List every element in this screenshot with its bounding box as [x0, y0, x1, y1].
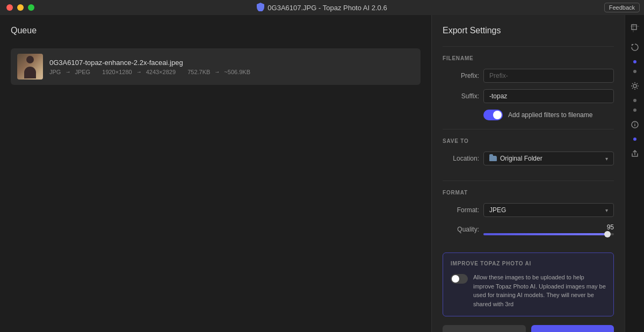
format-dropdown-inner: JPEG — [489, 206, 506, 214]
filters-toggle-row: Add applied filters to filename — [483, 110, 614, 120]
size-arrow: → — [214, 69, 220, 75]
format-to: JPEG — [75, 69, 90, 75]
quality-slider[interactable] — [483, 233, 614, 235]
svg-marker-3 — [632, 44, 634, 46]
queue-meta: JPG → JPEG 1920×1280 → 4243×2829 752.7KB… — [49, 69, 250, 75]
location-row: Location: Original Folder ▾ — [443, 151, 614, 165]
minimize-button[interactable] — [17, 4, 24, 11]
export-title: Export Settings — [443, 26, 614, 35]
queue-filename: 0G3A6107-topaz-enhance-2.2x-faceai.jpeg — [49, 59, 250, 67]
queue-item[interactable]: 0G3A6107-topaz-enhance-2.2x-faceai.jpeg … — [11, 48, 421, 85]
improve-toggle[interactable] — [451, 274, 468, 284]
left-panel: Queue 0G3A6107-topaz-enhance-2.2x-faceai… — [0, 15, 431, 332]
topaz-shield-icon — [257, 3, 264, 13]
format-dropdown[interactable]: JPEG ▾ — [483, 203, 614, 217]
window-title: 0G3A6107.JPG - Topaz Photo AI 2.0.6 — [257, 3, 387, 13]
prefix-input[interactable] — [483, 69, 614, 83]
titlebar: 0G3A6107.JPG - Topaz Photo AI 2.0.6 Feed… — [0, 0, 644, 15]
format-section-title: FORMAT — [443, 190, 614, 196]
feedback-button[interactable]: Feedback — [604, 3, 640, 12]
save-button[interactable]: Save — [531, 325, 614, 332]
improve-section: IMPROVE TOPAZ PHOTO AI Allow these image… — [443, 252, 614, 316]
queue-info: 0G3A6107-topaz-enhance-2.2x-faceai.jpeg … — [49, 59, 250, 75]
save-to-section: SAVE TO Location: Original Folder ▾ — [443, 129, 614, 181]
resolution-to: 4243×2829 — [146, 69, 176, 75]
filename-section-title: FILENAME — [443, 55, 614, 61]
format-from: JPG — [49, 69, 61, 75]
dropdown-inner: Original Folder — [489, 155, 542, 162]
format-section: FORMAT Format: JPEG ▾ Quality: 95 — [443, 181, 614, 250]
filters-toggle[interactable] — [483, 110, 503, 120]
location-value: Original Folder — [500, 155, 542, 162]
quality-value: 95 — [483, 223, 614, 231]
location-dropdown[interactable]: Original Folder ▾ — [483, 151, 614, 165]
sidebar-dot-3 — [633, 109, 636, 112]
cancel-button[interactable]: Cancel — [443, 325, 526, 332]
quality-row: Quality: 95 — [443, 223, 614, 235]
sidebar-dot-2 — [633, 99, 636, 102]
sidebar-dot-active-2 — [633, 138, 636, 141]
prefix-row: Prefix: — [443, 69, 614, 83]
action-buttons: Cancel Save — [443, 325, 614, 332]
sidebar-dot-1 — [633, 70, 636, 73]
svg-point-7 — [634, 122, 635, 124]
improve-content: Allow these images to be uploaded to hel… — [451, 273, 606, 308]
size-to: ~506.9KB — [224, 69, 250, 75]
prefix-label: Prefix: — [443, 72, 479, 80]
suffix-row: Suffix: — [443, 89, 614, 103]
export-settings-panel: Export Settings FILENAME Prefix: Suffix:… — [431, 15, 625, 332]
info-icon-button[interactable] — [627, 117, 642, 132]
icon-sidebar — [625, 15, 644, 332]
rotate-icon-button[interactable] — [627, 40, 642, 55]
crop-icon-button[interactable] — [627, 20, 642, 35]
share-icon-button[interactable] — [627, 146, 642, 161]
maximize-button[interactable] — [28, 4, 34, 11]
location-label: Location: — [443, 155, 479, 162]
close-button[interactable] — [6, 4, 13, 11]
settings-icon-button[interactable] — [627, 78, 642, 93]
sidebar-dot-active — [633, 60, 636, 63]
resolution-arrow: → — [136, 69, 142, 75]
resolution-from: 1920×1280 — [102, 69, 132, 75]
queue-title: Queue — [11, 26, 421, 35]
format-chevron-icon: ▾ — [605, 207, 608, 213]
slider-thumb[interactable] — [604, 231, 611, 237]
filename-section: FILENAME Prefix: Suffix: Add applied fil… — [443, 46, 614, 129]
slider-fill — [483, 233, 607, 235]
main-content: Queue 0G3A6107-topaz-enhance-2.2x-faceai… — [0, 15, 644, 332]
svg-point-4 — [633, 84, 636, 88]
improve-text: Allow these images to be uploaded to hel… — [473, 273, 606, 308]
filters-toggle-label: Add applied filters to filename — [508, 111, 592, 119]
traffic-lights — [6, 4, 34, 11]
folder-icon — [489, 156, 497, 161]
format-arrow: → — [65, 69, 70, 75]
quality-label: Quality: — [443, 226, 479, 233]
improve-title: IMPROVE TOPAZ PHOTO AI — [451, 261, 606, 266]
size-from: 752.7KB — [187, 69, 210, 75]
svg-rect-0 — [632, 25, 636, 30]
format-value: JPEG — [489, 206, 506, 214]
chevron-down-icon: ▾ — [605, 156, 608, 162]
suffix-label: Suffix: — [443, 92, 479, 100]
format-row: Format: JPEG ▾ — [443, 203, 614, 217]
thumbnail-figure — [17, 54, 43, 80]
format-label: Format: — [443, 206, 479, 214]
save-to-title: SAVE TO — [443, 138, 614, 144]
suffix-input[interactable] — [483, 89, 614, 103]
thumbnail — [17, 54, 43, 80]
quality-slider-container: 95 — [483, 223, 614, 235]
